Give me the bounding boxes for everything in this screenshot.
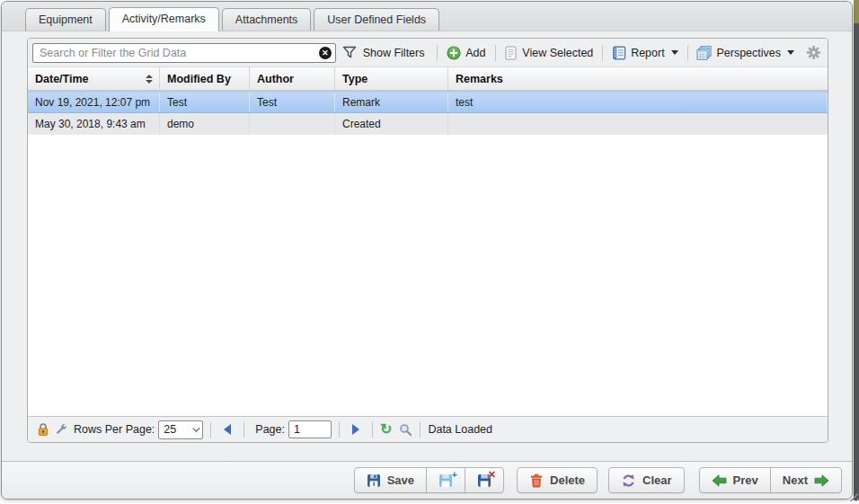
next-label: Next: [783, 473, 808, 487]
background-window-edge-top: [854, 0, 859, 23]
chevron-down-icon: [787, 50, 794, 55]
clear-label: Clear: [642, 473, 672, 487]
search-clear-icon[interactable]: ✕: [319, 47, 332, 59]
cell-type: Created: [335, 113, 448, 135]
add-button[interactable]: Add: [444, 46, 488, 60]
search-input[interactable]: [32, 43, 336, 63]
chevron-down-icon: [671, 50, 678, 55]
pager-divider: [372, 422, 373, 438]
cell-remarks: test: [448, 93, 828, 112]
settings-gear-icon[interactable]: [807, 46, 820, 59]
sort-icon[interactable]: [146, 75, 153, 84]
cell-author: [250, 113, 335, 135]
tab-activity-remarks[interactable]: Activity/Remarks: [109, 7, 219, 31]
column-header-label: Author: [257, 73, 294, 85]
save-and-close-button[interactable]: ✕: [465, 467, 504, 493]
pager-divider: [420, 422, 421, 438]
save-button-group: Save +: [354, 467, 504, 493]
previous-page-icon[interactable]: [224, 424, 231, 435]
pager-divider: [244, 422, 244, 438]
add-icon: [447, 46, 461, 60]
rows-per-page-value: 25: [164, 423, 176, 436]
save-and-new-button[interactable]: +: [426, 467, 465, 493]
delete-button[interactable]: Delete: [517, 467, 598, 493]
column-header-date-time[interactable]: Date/Time: [28, 67, 160, 90]
activity-grid-panel: ✕ Show Filters Add: [27, 38, 828, 443]
rows-per-page-select[interactable]: 25: [158, 420, 203, 439]
perspectives-dropdown-button[interactable]: Perspectives: [694, 46, 797, 60]
column-header-label: Type: [342, 73, 368, 85]
filter-funnel-icon: [342, 46, 357, 59]
dialog-footer: Save +: [2, 461, 852, 499]
pager-divider: [210, 422, 211, 438]
grid-header-row: Date/Time Modified By Author Type Remark…: [28, 66, 828, 92]
grid-toolbar: ✕ Show Filters Add: [28, 39, 828, 66]
save-close-icon: ✕: [477, 473, 491, 488]
tab-attachments[interactable]: Attachments: [222, 8, 311, 31]
column-header-label: Date/Time: [35, 73, 89, 85]
wrench-icon[interactable]: [54, 422, 68, 437]
clear-button[interactable]: Clear: [608, 467, 685, 493]
cell-modified-by: Test: [160, 93, 250, 112]
x-badge-icon: ✕: [488, 469, 496, 481]
column-header-author[interactable]: Author: [250, 67, 335, 90]
rows-per-page-label: Rows Per Page:: [74, 423, 155, 436]
trash-icon: [529, 473, 544, 488]
view-selected-button[interactable]: View Selected: [501, 46, 596, 60]
save-label: Save: [387, 473, 414, 487]
left-arrow-icon: [712, 474, 727, 487]
report-dropdown-button[interactable]: Report: [609, 46, 681, 60]
report-icon: [612, 46, 626, 60]
column-header-remarks[interactable]: Remarks: [448, 67, 828, 90]
tab-label: Attachments: [235, 13, 297, 26]
perspectives-icon: [696, 46, 712, 60]
tab-equipment[interactable]: Equipment: [25, 8, 106, 31]
background-window-edge: [854, 0, 859, 500]
magnifier-icon[interactable]: [399, 423, 412, 437]
column-header-type[interactable]: Type: [335, 67, 448, 90]
page-number-input[interactable]: [288, 420, 332, 438]
lock-icon[interactable]: [37, 422, 49, 437]
cell-date-time: May 30, 2018, 9:43 am: [28, 113, 160, 135]
table-row[interactable]: May 30, 2018, 9:43 am demo Created: [28, 113, 828, 135]
clear-refresh-icon: [621, 473, 636, 488]
grid-empty-area: [28, 135, 828, 416]
cell-date-time: Nov 19, 2021, 12:07 pm: [28, 93, 160, 112]
tab-user-defined-fields[interactable]: User Defined Fields: [314, 8, 439, 31]
search-field-wrap: ✕: [32, 43, 336, 63]
cell-modified-by: demo: [160, 113, 250, 135]
table-row[interactable]: Nov 19, 2021, 12:07 pm Test Test Remark …: [28, 92, 828, 113]
toolbar-divider: [495, 45, 496, 61]
dialog-window: Equipment Activity/Remarks Attachments U…: [1, 1, 853, 500]
toolbar-divider: [602, 45, 603, 61]
delete-label: Delete: [550, 473, 585, 487]
tab-label: User Defined Fields: [327, 13, 426, 26]
tab-strip: Equipment Activity/Remarks Attachments U…: [2, 2, 852, 31]
prev-button[interactable]: Prev: [699, 467, 771, 493]
grid-pager-bar: Rows Per Page: 25 Page: ↻ Data Loaded: [28, 416, 828, 442]
cell-type: Remark: [335, 93, 448, 112]
save-button[interactable]: Save: [354, 467, 427, 493]
status-text: Data Loaded: [428, 423, 492, 436]
view-selected-label: View Selected: [522, 47, 593, 59]
perspectives-label: Perspectives: [716, 47, 781, 59]
cell-remarks: [448, 113, 828, 135]
column-header-modified-by[interactable]: Modified By: [160, 67, 250, 90]
save-plus-icon: +: [438, 473, 453, 488]
next-page-icon[interactable]: [352, 424, 359, 435]
prev-label: Prev: [733, 473, 758, 487]
document-icon: [504, 46, 518, 60]
page-label: Page:: [255, 423, 285, 436]
chevron-down-icon: [192, 424, 199, 431]
right-arrow-icon: [814, 474, 829, 487]
cell-author: Test: [250, 93, 335, 112]
next-button[interactable]: Next: [770, 467, 842, 493]
tab-label: Activity/Remarks: [122, 13, 206, 25]
refresh-icon[interactable]: ↻: [380, 422, 392, 437]
add-label: Add: [465, 47, 485, 59]
tab-label: Equipment: [39, 13, 93, 26]
show-filters-button[interactable]: Show Filters: [363, 47, 425, 59]
column-header-label: Modified By: [167, 73, 231, 85]
save-icon: [367, 473, 381, 488]
plus-badge-icon: +: [452, 469, 457, 480]
